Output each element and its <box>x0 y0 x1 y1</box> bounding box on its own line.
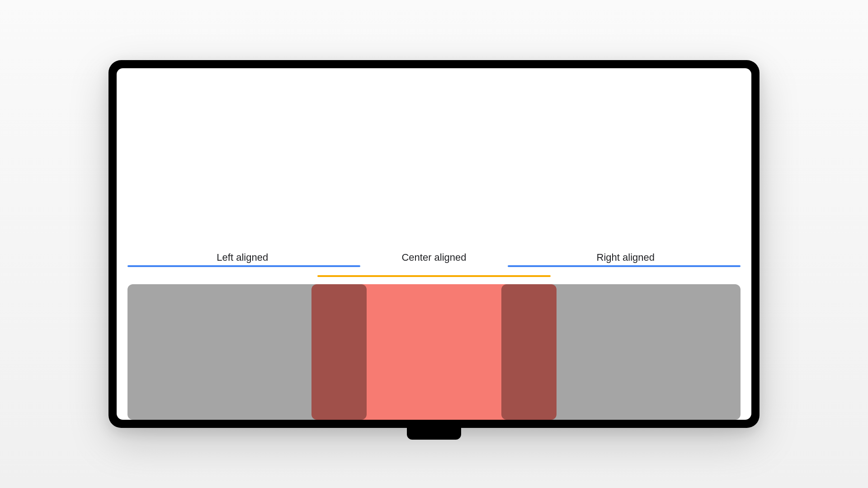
blue-underline-left <box>127 265 360 267</box>
monitor-stand <box>407 428 461 440</box>
cards-overlap-area <box>127 284 741 420</box>
monitor-device-frame: Left aligned Center aligned Right aligne… <box>108 60 760 428</box>
monitor-screen: Left aligned Center aligned Right aligne… <box>117 68 751 420</box>
orange-underline-center <box>317 275 550 277</box>
blue-underline-right <box>508 265 741 267</box>
monitor-bezel: Left aligned Center aligned Right aligne… <box>108 60 760 428</box>
layout-diagram-area: Left aligned Center aligned Right aligne… <box>127 252 741 420</box>
red-card-center <box>311 284 557 420</box>
label-left-aligned: Left aligned <box>127 252 358 263</box>
alignment-labels-row: Left aligned Center aligned Right aligne… <box>127 252 741 263</box>
blue-underline-row <box>127 265 741 267</box>
label-right-aligned: Right aligned <box>511 252 741 263</box>
label-center-aligned: Center aligned <box>358 252 511 263</box>
orange-underline-row <box>127 275 741 277</box>
